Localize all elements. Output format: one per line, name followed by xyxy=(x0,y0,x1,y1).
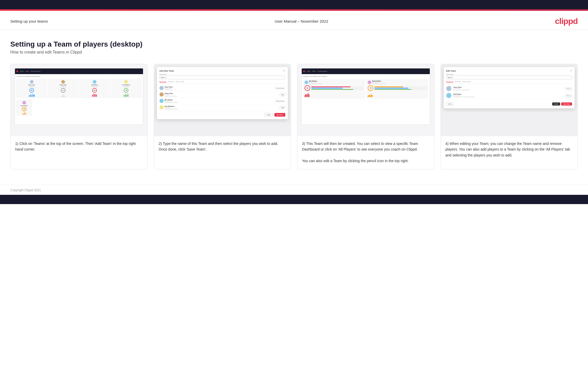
cancel-button[interactable]: Cancel xyxy=(264,113,273,117)
header-center-text: User Manual – November 2022 xyxy=(275,19,328,23)
card-4: Edit Team ✕ Team Name * Team A My Team (… xyxy=(441,64,578,169)
card-1-mock-ui: clippd Home My Performance Finding 5 out… xyxy=(15,68,143,125)
remove-player-btn-1[interactable]: Remove xyxy=(565,87,572,90)
edit-tab-my-team[interactable]: My Team (2) xyxy=(446,81,453,83)
nav-dot-3 xyxy=(303,71,305,72)
edit-tab-filter[interactable]: Filter by name xyxy=(463,81,471,83)
card-3: clippd Home My Performance Finding 5 out… xyxy=(297,64,434,169)
nav-logo: clippd xyxy=(20,71,23,72)
edit-save-button[interactable]: Save Team xyxy=(561,102,572,106)
avatar-1 xyxy=(30,80,33,84)
add-player-btn[interactable]: Add xyxy=(280,93,285,96)
avatar-2 xyxy=(61,80,65,84)
nav-dot xyxy=(16,71,18,72)
edit-tab-all-players[interactable]: All Players xyxy=(455,81,461,83)
page-subtitle: How to create and edit Teams in Clippd xyxy=(10,50,578,55)
tab-my-team[interactable]: My Team (2) xyxy=(159,81,167,83)
dashboard-label: Finding 5 out of 4 players from All Play… xyxy=(16,76,141,77)
edit-player-list: Adrian Player Plus Handicap The Shire Lo… xyxy=(446,85,572,99)
header: Setting up your teams User Manual – Nove… xyxy=(0,11,588,30)
add-team-dialog-mock: Add New Team ✕ Team Name * Team A My Tea… xyxy=(157,67,288,119)
logo: clippd xyxy=(555,16,578,26)
header-left-text: Setting up your teams xyxy=(10,19,48,23)
avatar-4 xyxy=(124,80,128,84)
team-name-input[interactable]: Team A xyxy=(159,76,285,79)
card-3-mock-ui: clippd Home My Performance Finding 5 out… xyxy=(301,68,430,125)
card-3-text: 3) This Team will then be created. You c… xyxy=(297,136,434,169)
field-label: Team Name * xyxy=(159,74,285,75)
card-4-text: 4) When editing your Team, you can chang… xyxy=(441,136,578,169)
nav-home: Home xyxy=(26,71,29,72)
card-1: clippd Home My Performance Finding 5 out… xyxy=(10,64,148,169)
edit-dialog-title: Edit Team xyxy=(446,70,456,72)
card-1-text: 1) Click on 'Teams' at the top of the sc… xyxy=(11,136,147,169)
card-1-screenshot: clippd Home My Performance Finding 5 out… xyxy=(11,64,147,136)
page-title: Setting up a Team of players (desktop) xyxy=(10,40,578,48)
nav-teams: My Performance xyxy=(31,71,40,72)
save-team-button[interactable]: Save Team xyxy=(274,113,285,117)
dialog-close-icon: ✕ xyxy=(283,69,285,72)
top-bar xyxy=(0,0,588,9)
edit-cancel-button[interactable]: Cancel xyxy=(552,102,560,106)
edit-dialog-close-icon: ✕ xyxy=(570,69,572,72)
tab-all-players[interactable]: All Players xyxy=(168,81,174,83)
player-added-badge: Player Added xyxy=(275,87,285,90)
card-2: Add New Team ✕ Team Name * Team A My Tea… xyxy=(154,64,291,169)
card-4-screenshot: Edit Team ✕ Team Name * Team A My Team (… xyxy=(441,64,578,136)
player-added-badge-2: Player Added xyxy=(275,100,285,102)
footer: Copyright Clippd 2021 xyxy=(0,185,588,195)
player-list: Adrian Player Plus Handicap The Shire Lo… xyxy=(159,85,285,111)
main-content: Setting up a Team of players (desktop) H… xyxy=(0,30,588,185)
avatar-3 xyxy=(93,80,96,84)
edit-field-label: Team Name * xyxy=(446,74,572,75)
copyright-text: Copyright Clippd 2021 xyxy=(10,188,41,192)
cards-grid: clippd Home My Performance Finding 5 out… xyxy=(10,64,578,169)
add-player-btn-2[interactable]: Add xyxy=(280,106,285,109)
card-2-text: 2) Type the name of this Team and then s… xyxy=(154,136,291,169)
bottom-bar xyxy=(0,195,588,204)
edit-team-dialog-mock: Edit Team ✕ Team Name * Team A My Team (… xyxy=(443,67,575,109)
avatar-5 xyxy=(22,101,26,104)
card-3-screenshot: clippd Home My Performance Finding 5 out… xyxy=(297,64,434,136)
card-2-screenshot: Add New Team ✕ Team Name * Team A My Tea… xyxy=(154,64,291,136)
remove-player-btn-2[interactable]: Remove xyxy=(565,94,572,97)
edit-team-name-input[interactable]: Team A xyxy=(446,76,572,79)
delete-team-button[interactable]: Delete xyxy=(446,102,454,106)
dialog-title: Add New Team xyxy=(159,70,174,72)
tab-filter[interactable]: Filter by name xyxy=(176,81,184,83)
